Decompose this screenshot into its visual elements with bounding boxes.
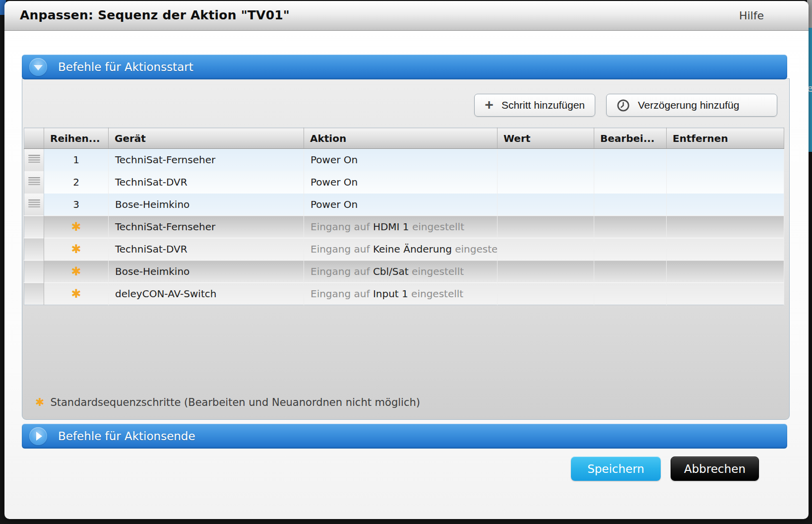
section-title: Befehle für Aktionsende — [58, 430, 195, 443]
drag-gutter-cell — [24, 194, 44, 216]
remove-cell — [667, 283, 784, 305]
value-cell — [498, 194, 594, 216]
edit-cell — [594, 171, 667, 194]
drag-gutter-cell — [24, 238, 44, 261]
add-step-button[interactable]: + Schritt hinzufügen — [474, 94, 595, 117]
table-row: 2 TechniSat-DVR Power On — [24, 171, 784, 194]
dialog-footer: Speichern Abbrechen — [571, 457, 759, 481]
drag-gutter-cell — [24, 283, 44, 305]
standard-steps-footnote: ✱ Standardsequenzschritte (Bearbeiten un… — [35, 396, 420, 408]
table-row: ✱ TechniSat-DVR Eingang auf Keine Änderu… — [24, 238, 784, 261]
value-cell — [498, 283, 594, 305]
action-start-panel: + Schritt hinzufügen Verzögerung hinzufü… — [22, 78, 790, 420]
drag-handle-icon[interactable] — [27, 196, 42, 212]
remove-cell — [667, 238, 784, 261]
table-row: 3 Bose-Heimkino Power On — [24, 194, 784, 216]
action-cell: Power On — [304, 149, 498, 171]
add-step-label: Schritt hinzufügen — [501, 99, 585, 111]
customize-sequence-dialog: Anpassen: Sequenz der Aktion "TV01" Hilf… — [4, 1, 809, 519]
edit-cell — [594, 261, 667, 283]
order-cell: 1 — [44, 149, 109, 171]
table-row: 1 TechniSat-Fernseher Power On — [24, 149, 784, 171]
plus-icon: + — [485, 99, 494, 112]
device-cell: TechniSat-DVR — [109, 171, 304, 194]
order-cell: ✱ — [44, 238, 109, 261]
add-delay-label: Verzögerung hinzufüg — [638, 99, 739, 111]
sequence-table: Reihen... Gerät Aktion Wert Bearbei... E… — [24, 128, 784, 305]
remove-cell — [667, 261, 784, 283]
order-cell: 2 — [44, 171, 109, 194]
order-cell: ✱ — [44, 216, 109, 238]
edit-cell — [594, 216, 667, 238]
action-cell: Power On — [304, 171, 498, 194]
remove-cell — [667, 194, 784, 216]
table-row: ✱ TechniSat-Fernseher Eingang auf HDMI 1… — [24, 216, 784, 238]
column-header-edit: Bearbei... — [594, 128, 667, 149]
edit-cell — [594, 149, 667, 171]
remove-cell — [667, 171, 784, 194]
action-cell: Eingang auf Input 1 eingestellt — [304, 283, 498, 305]
edit-cell — [594, 238, 667, 261]
action-cell: Power On — [304, 194, 498, 216]
collapse-toggle-button[interactable] — [29, 58, 47, 76]
column-header-order: Reihen... — [44, 128, 109, 149]
order-cell: 3 — [44, 194, 109, 216]
cancel-button[interactable]: Abbrechen — [671, 457, 759, 481]
section-header-action-start[interactable]: Befehle für Aktionsstart — [22, 55, 787, 79]
drag-gutter-cell — [24, 216, 44, 238]
drag-gutter-cell — [24, 171, 44, 194]
action-cell: Eingang auf Keine Änderung eingestel — [304, 238, 498, 261]
asterisk-icon: ✱ — [35, 396, 44, 408]
table-header-row: Reihen... Gerät Aktion Wert Bearbei... E… — [24, 128, 784, 149]
dialog-title: Anpassen: Sequenz der Aktion "TV01" — [20, 8, 290, 22]
action-cell: Eingang auf Cbl/Sat eingestellt — [304, 261, 498, 283]
value-cell — [498, 238, 594, 261]
chevron-down-icon — [34, 65, 43, 70]
footnote-text: Standardsequenzschritte (Bearbeiten und … — [50, 396, 420, 408]
action-cell: Eingang auf HDMI 1 eingestellt — [304, 216, 498, 238]
edit-cell — [594, 283, 667, 305]
drag-gutter-cell — [24, 149, 44, 171]
remove-cell — [667, 216, 784, 238]
section-header-action-end[interactable]: Befehle für Aktionsende — [22, 424, 787, 449]
device-cell: Bose-Heimkino — [109, 261, 304, 283]
remove-cell — [667, 149, 784, 171]
expand-toggle-button[interactable] — [29, 427, 47, 445]
drag-handle-icon[interactable] — [27, 174, 42, 190]
dialog-titlebar: Anpassen: Sequenz der Aktion "TV01" Hilf… — [4, 1, 809, 31]
column-header-device: Gerät — [109, 128, 304, 149]
column-header-value: Wert — [498, 128, 594, 149]
device-cell: Bose-Heimkino — [109, 194, 304, 216]
sequence-table-body: 1 TechniSat-Fernseher Power On 2 TechniS… — [24, 149, 784, 305]
drag-handle-icon[interactable] — [27, 152, 42, 168]
device-cell: TechniSat-Fernseher — [109, 216, 304, 238]
value-cell — [498, 171, 594, 194]
value-cell — [498, 261, 594, 283]
device-cell: TechniSat-DVR — [109, 238, 304, 261]
order-cell: ✱ — [44, 261, 109, 283]
help-link[interactable]: Hilfe — [739, 9, 764, 22]
table-row: ✱ deleyCON-AV-Switch Eingang auf Input 1… — [24, 283, 784, 305]
clock-icon — [617, 99, 630, 112]
value-cell — [498, 216, 594, 238]
arrow-right-icon — [36, 432, 42, 441]
device-cell: deleyCON-AV-Switch — [109, 283, 304, 305]
save-button[interactable]: Speichern — [571, 457, 661, 481]
value-cell — [498, 149, 594, 171]
section-title: Befehle für Aktionsstart — [58, 61, 193, 73]
column-header-remove: Entfernen — [667, 128, 784, 149]
add-delay-button[interactable]: Verzögerung hinzufüg — [606, 94, 777, 117]
column-header-drag-gutter — [24, 128, 44, 149]
sequence-toolbar: + Schritt hinzufügen Verzögerung hinzufü… — [474, 94, 777, 117]
edit-cell — [594, 194, 667, 216]
device-cell: TechniSat-Fernseher — [109, 149, 304, 171]
table-row: ✱ Bose-Heimkino Eingang auf Cbl/Sat eing… — [24, 261, 784, 283]
order-cell: ✱ — [44, 283, 109, 305]
drag-gutter-cell — [24, 261, 44, 283]
column-header-action: Aktion — [304, 128, 498, 149]
